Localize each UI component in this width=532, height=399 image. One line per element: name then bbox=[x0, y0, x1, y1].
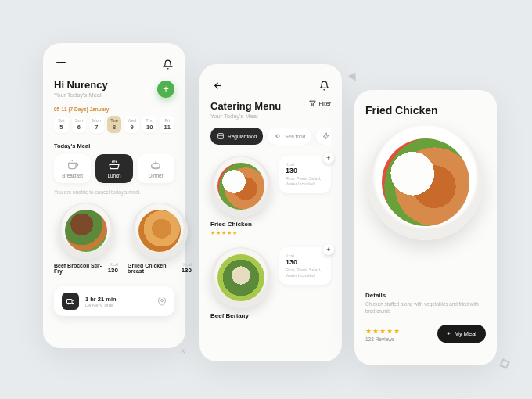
day-sun[interactable]: Sun6 bbox=[72, 116, 87, 133]
breakfast-icon bbox=[56, 159, 89, 171]
menu-icon[interactable] bbox=[54, 57, 68, 71]
filter-label: Filter bbox=[318, 101, 331, 106]
included-text: Rice, Pasta Salad, Water Included bbox=[375, 257, 422, 266]
location-icon[interactable] bbox=[157, 297, 167, 306]
menu-item-image bbox=[210, 247, 271, 308]
food-name: Beef Broccoli Stir-Fry bbox=[54, 263, 108, 274]
date-range-label: 05-11 (7 Days) January bbox=[54, 106, 174, 112]
my-meal-label: My Meal bbox=[455, 330, 476, 337]
food-card[interactable]: Beef Broccoli Stir-FryKcal130 bbox=[54, 203, 118, 274]
chip-sea-food[interactable]: Sea food bbox=[268, 128, 311, 145]
cancel-hint: You are unable to cancel today's meal. bbox=[54, 189, 174, 195]
svg-rect-3 bbox=[67, 300, 73, 304]
dish-image bbox=[368, 124, 483, 240]
home-screen: Hi Nurency Your Today's Meal + 05-11 (7 … bbox=[43, 43, 185, 348]
delivery-label: Delivery Time bbox=[85, 303, 151, 307]
menu-item-image bbox=[210, 156, 271, 217]
delivery-icon bbox=[62, 293, 79, 310]
kcal-label: Kcal bbox=[458, 246, 476, 251]
svg-rect-7 bbox=[218, 134, 224, 139]
food-row: Beef Broccoli Stir-FryKcal130Griled Chic… bbox=[54, 203, 174, 274]
meal-tab-lunch[interactable]: Lunch bbox=[95, 154, 132, 183]
greeting-subtitle: Your Today's Meal bbox=[54, 92, 108, 99]
catering-screen: Catering Menu Your Today's Meal Filter R… bbox=[200, 64, 342, 361]
chip-regular-food[interactable]: Regular food bbox=[210, 128, 263, 145]
food-image bbox=[131, 203, 188, 259]
svg-point-8 bbox=[277, 136, 278, 137]
menu-item-nutrition: +Kcal130Rice, Pasta Salad, Water Include… bbox=[279, 247, 331, 285]
add-item-icon[interactable]: + bbox=[323, 244, 334, 255]
catering-subtitle: Your Today's Meal bbox=[210, 113, 281, 120]
add-meal-fab[interactable]: + bbox=[157, 81, 174, 98]
decorative-x: × bbox=[178, 343, 187, 357]
food-card[interactable]: Griled Chicken breastKcal130 bbox=[128, 203, 192, 274]
detail-screen: Fried Chicken Rice, Pasta Salad, Water I… bbox=[354, 90, 497, 365]
greeting-title: Hi Nurency bbox=[54, 79, 108, 91]
day-sat[interactable]: Sat5 bbox=[54, 116, 69, 133]
menu-item-nutrition: +Kcal130Rice, Pasta Salad, Water Include… bbox=[279, 156, 331, 193]
svg-point-2 bbox=[152, 163, 160, 168]
meal-tab-breakfast[interactable]: Breakfast bbox=[54, 154, 91, 183]
rating-stars: ★★★★★ bbox=[210, 230, 271, 236]
details-heading: Details bbox=[365, 292, 486, 299]
meal-tabs: BreakfastLunchDinner bbox=[54, 154, 174, 183]
day-thu[interactable]: Thu10 bbox=[142, 116, 157, 133]
delivery-time: 1 hr 21 min bbox=[85, 296, 151, 303]
weight-label: Weight bbox=[458, 263, 476, 268]
dish-title: Fried Chicken bbox=[365, 104, 486, 117]
food-name: Griled Chicken breast bbox=[128, 263, 182, 274]
day-picker: Sat5Sun6Mon7Tue8Wed9Thu10Fri11 bbox=[54, 116, 174, 133]
chip-icon bbox=[217, 132, 225, 140]
reviews-count: 123 Reviews bbox=[365, 336, 401, 342]
food-image bbox=[58, 203, 114, 259]
add-item-icon[interactable]: + bbox=[323, 153, 334, 164]
add-my-meal-button[interactable]: + My Meal bbox=[437, 325, 486, 343]
plus-icon: + bbox=[447, 330, 450, 337]
today-meal-heading: Today's Meal bbox=[54, 142, 174, 149]
day-mon[interactable]: Mon7 bbox=[89, 116, 104, 133]
dinner-icon bbox=[139, 159, 173, 171]
lunch-icon bbox=[97, 159, 131, 171]
menu-item[interactable]: Beef Beriany+Kcal130Rice, Pasta Salad, W… bbox=[210, 247, 331, 319]
menu-item[interactable]: Fried Chicken★★★★★+Kcal130Rice, Pasta Sa… bbox=[210, 156, 331, 236]
decorative-square bbox=[499, 358, 509, 368]
weight-value: 250g bbox=[458, 268, 476, 276]
meal-tab-dinner[interactable]: Dinner bbox=[138, 154, 174, 183]
category-chips: Regular foodSea foodFast f bbox=[210, 128, 331, 145]
chip-fast-f[interactable]: Fast f bbox=[316, 128, 331, 145]
menu-item-name: Beef Beriany bbox=[210, 312, 271, 319]
bell-icon[interactable] bbox=[160, 57, 174, 71]
decorative-triangle bbox=[348, 70, 360, 81]
rating-stars: ★★★★★ bbox=[365, 327, 401, 335]
day-tue[interactable]: Tue8 bbox=[107, 116, 122, 133]
back-icon[interactable] bbox=[210, 78, 225, 92]
filter-button[interactable]: Filter bbox=[309, 100, 331, 107]
catering-title: Catering Menu bbox=[210, 100, 281, 112]
menu-list: Fried Chicken★★★★★+Kcal130Rice, Pasta Sa… bbox=[210, 156, 331, 319]
day-fri[interactable]: Fri11 bbox=[160, 116, 174, 133]
delivery-card[interactable]: 1 hr 21 min Delivery Time bbox=[54, 286, 174, 316]
bell-icon[interactable] bbox=[317, 78, 331, 92]
day-wed[interactable]: Wed9 bbox=[124, 116, 139, 133]
chip-icon bbox=[322, 132, 330, 140]
svg-point-6 bbox=[161, 300, 164, 302]
kcal-value: 130 bbox=[458, 251, 476, 260]
menu-item-name: Fried Chicken bbox=[210, 221, 271, 228]
details-body: Chicken stuffed along with vegetables an… bbox=[365, 301, 486, 315]
chip-icon bbox=[274, 132, 282, 140]
